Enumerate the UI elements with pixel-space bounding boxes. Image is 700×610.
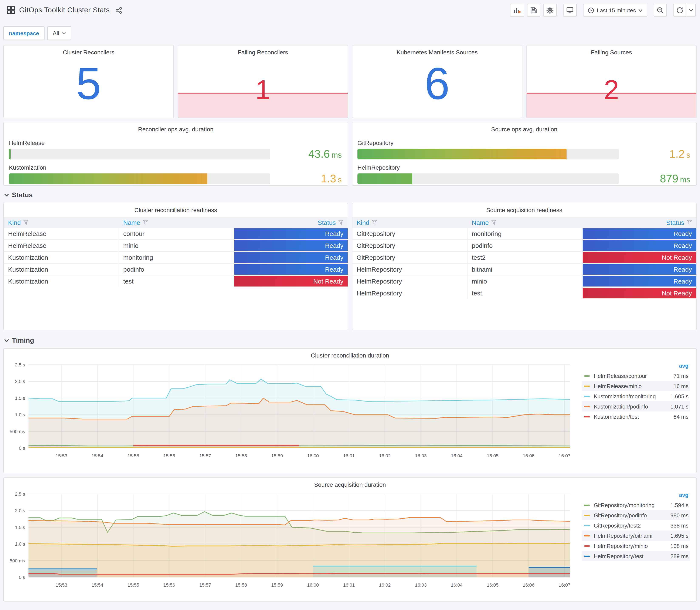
timeseries-plot[interactable]: 0 s500 ms1.0 s1.5 s2.0 s2.5 s15:5315:541… xyxy=(5,359,576,465)
status-badge: Ready xyxy=(583,264,696,275)
legend-item-Kustomization/podinfo[interactable]: Kustomization/podinfo1.071 s xyxy=(582,401,690,412)
column-header-name[interactable]: Name xyxy=(468,219,583,226)
legend-item-Kustomization/test[interactable]: Kustomization/test84 ms xyxy=(582,412,690,422)
x-axis-tick-label: 16:07 xyxy=(559,453,570,459)
gauge-label: HelmRelease xyxy=(9,140,342,146)
gauge-bar-fill xyxy=(9,149,11,159)
legend-item-HelmRepository/bitnami[interactable]: HelmRepository/bitnami1.695 s xyxy=(582,530,690,541)
stat-value: 5 xyxy=(4,61,174,106)
cell-kind: HelmRelease xyxy=(4,228,119,239)
filter-icon[interactable] xyxy=(338,220,343,225)
gauge-value-number: 43.6 xyxy=(308,147,330,160)
column-header-kind[interactable]: Kind xyxy=(352,219,468,226)
legend-series-avg: 980 ms xyxy=(670,512,688,518)
legend-series-avg: 1.071 s xyxy=(670,403,688,410)
variable-value-dropdown[interactable]: All xyxy=(47,26,71,40)
legend-series-name: GitRepository/podinfo xyxy=(594,512,670,518)
cell-name: test xyxy=(468,287,583,299)
legend-series-marker xyxy=(584,545,590,546)
cell-status: Not Ready xyxy=(583,287,696,299)
cycle-view-mode-button[interactable] xyxy=(563,4,577,17)
table-row: KustomizationtestNot Ready xyxy=(4,275,348,287)
filter-icon[interactable] xyxy=(143,220,148,225)
legend-item-GitRepository/test2[interactable]: GitRepository/test2338 ms xyxy=(582,520,690,530)
legend-series-avg: 1.695 s xyxy=(670,532,688,539)
column-header-name[interactable]: Name xyxy=(119,219,234,226)
chevron-down-icon xyxy=(62,32,66,34)
legend-series-marker xyxy=(584,396,590,397)
variable-selected-value: All xyxy=(53,30,59,36)
legend-item-HelmRelease/contour[interactable]: HelmRelease/contour71 ms xyxy=(582,371,690,381)
cell-name: contour xyxy=(119,228,234,239)
chart-legend: avgHelmRelease/contour71 msHelmRelease/m… xyxy=(582,361,690,422)
legend-item-HelmRelease/minio[interactable]: HelmRelease/minio16 ms xyxy=(582,381,690,391)
status-badge: Ready xyxy=(234,240,348,251)
stat-panels-row: Cluster Reconcilers5Failing Reconcilers1… xyxy=(3,45,697,118)
gauge-track xyxy=(9,174,270,184)
x-axis-tick-label: 16:06 xyxy=(523,582,535,588)
legend-series-avg: 1.594 s xyxy=(670,502,688,508)
filter-icon[interactable] xyxy=(23,220,29,225)
table-panel-cluster-reconciliation-readiness: Cluster reconciliation readinessKindName… xyxy=(3,203,348,330)
legend-avg-header[interactable]: avg xyxy=(582,361,690,371)
legend-item-GitRepository/monitoring[interactable]: GitRepository/monitoring1.594 s xyxy=(582,500,690,510)
x-axis-tick-label: 15:56 xyxy=(163,453,175,459)
legend-series-name: GitRepository/test2 xyxy=(594,522,670,529)
legend-item-Kustomization/monitoring[interactable]: Kustomization/monitoring1.605 s xyxy=(582,391,690,401)
cell-status: Ready xyxy=(234,252,348,263)
chevron-down-icon xyxy=(4,193,9,197)
section-header-timing[interactable]: Timing xyxy=(4,335,697,346)
table-header-row: KindNameStatus xyxy=(4,217,348,228)
column-header-kind[interactable]: Kind xyxy=(4,219,119,226)
gauge-row-helmrelease: HelmRelease43.6ms xyxy=(9,140,342,161)
gauge-value-unit: s xyxy=(686,151,690,159)
x-axis-tick-label: 16:00 xyxy=(307,453,319,459)
y-axis-tick-label: 1.5 s xyxy=(15,525,25,530)
save-dashboard-button[interactable] xyxy=(527,4,540,17)
chevron-down-icon xyxy=(4,339,9,342)
timeseries-plot[interactable]: 0 s500 ms1.0 s1.5 s2.0 s2.5 s15:5315:541… xyxy=(5,489,576,594)
x-axis-tick-label: 16:04 xyxy=(451,453,462,459)
table-row: KustomizationmonitoringReady xyxy=(4,252,348,263)
gauge-panel-title: Reconciler ops avg. duration xyxy=(4,123,348,133)
legend-item-HelmRepository/minio[interactable]: HelmRepository/minio108 ms xyxy=(582,541,690,551)
filter-icon[interactable] xyxy=(687,220,692,225)
legend-item-GitRepository/podinfo[interactable]: GitRepository/podinfo980 ms xyxy=(582,510,690,520)
panel-source-acquisition-duration: Source acquisition duration 0 s500 ms1.0… xyxy=(3,477,697,601)
refresh-interval-dropdown[interactable] xyxy=(686,4,696,17)
stat-panel-title: Failing Reconcilers xyxy=(178,46,348,57)
time-range-label: Last 15 minutes xyxy=(597,7,636,13)
zoom-out-button[interactable] xyxy=(654,4,667,17)
table-row: GitRepositorypodinfoReady xyxy=(352,240,696,252)
cell-kind: GitRepository xyxy=(352,228,468,239)
section-header-status[interactable]: Status xyxy=(4,190,697,200)
table-row: GitRepositorymonitoringReady xyxy=(352,228,696,240)
x-axis-tick-label: 16:01 xyxy=(343,453,355,459)
legend-series-name: GitRepository/monitoring xyxy=(594,502,670,508)
column-header-label: Name xyxy=(472,219,489,226)
table-header-row: KindNameStatus xyxy=(352,217,696,228)
legend-item-HelmRepository/test[interactable]: HelmRepository/test289 ms xyxy=(582,551,690,561)
x-axis-tick-label: 15:54 xyxy=(92,453,103,459)
time-range-picker[interactable]: Last 15 minutes xyxy=(583,4,647,17)
filter-icon[interactable] xyxy=(491,220,496,225)
cell-kind: Kustomization xyxy=(4,252,119,263)
cell-status: Not Ready xyxy=(234,275,348,287)
gauge-label: Kustomization xyxy=(9,164,342,171)
add-panel-button[interactable] xyxy=(510,4,524,17)
status-badge: Ready xyxy=(234,228,348,239)
legend-series-name: HelmRelease/contour xyxy=(594,373,673,379)
refresh-button[interactable] xyxy=(673,4,686,17)
dashboard-settings-button[interactable] xyxy=(543,4,557,17)
legend-avg-header[interactable]: avg xyxy=(582,491,690,500)
page-title: GitOps Toolkit Cluster Stats xyxy=(19,6,110,14)
x-axis-tick-label: 16:05 xyxy=(487,453,499,459)
column-header-status[interactable]: Status xyxy=(234,219,348,226)
filter-icon[interactable] xyxy=(372,220,377,225)
column-header-status[interactable]: Status xyxy=(583,219,696,226)
share-icon[interactable] xyxy=(115,6,123,14)
gauge-bar-fill xyxy=(357,149,567,159)
gauge-value: 1.2s xyxy=(619,147,690,161)
legend-series-avg: 289 ms xyxy=(670,553,688,559)
gauge-rows: HelmRelease43.6msKustomization1.3s xyxy=(4,133,348,185)
